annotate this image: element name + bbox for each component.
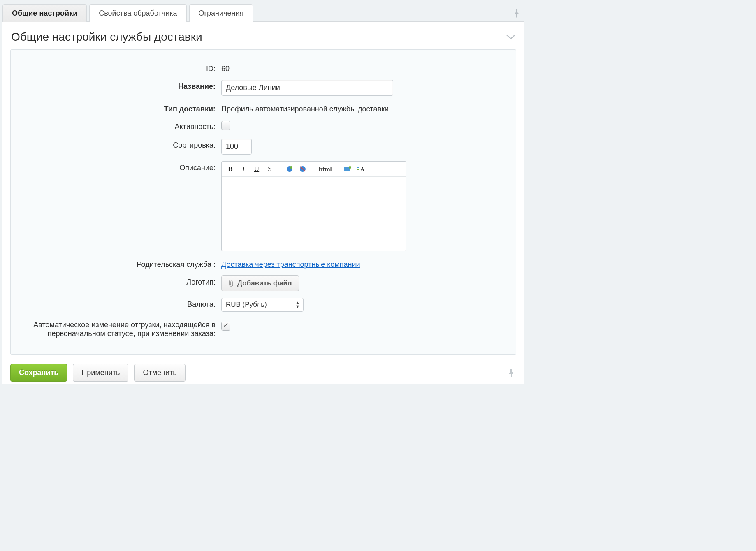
sort-input[interactable]	[221, 139, 252, 155]
auto-change-label: Автоматическое изменение отгрузки, наход…	[20, 318, 221, 338]
italic-icon[interactable]: I	[239, 165, 248, 173]
svg-text:A: A	[360, 166, 365, 172]
parent-service-link[interactable]: Доставка через транспортные компании	[221, 260, 360, 269]
strike-icon[interactable]: S	[265, 165, 274, 173]
id-label: ID:	[20, 62, 221, 73]
currency-label: Валюта:	[20, 298, 221, 309]
tab-restrictions[interactable]: Ограничения	[189, 4, 253, 22]
pin-icon[interactable]	[513, 9, 524, 21]
editor-toolbar: B I U S html	[222, 162, 406, 177]
description-textarea[interactable]	[222, 177, 406, 251]
currency-select[interactable]: RUB (Рубль) ▲▼	[221, 298, 304, 312]
tab-handler[interactable]: Свойства обработчика	[89, 4, 186, 22]
delivery-type-value: Профиль автоматизированной службы достав…	[221, 102, 389, 113]
cancel-button[interactable]: Отменить	[134, 364, 185, 382]
save-button[interactable]: Сохранить	[10, 364, 67, 382]
tab-general[interactable]: Общие настройки	[2, 4, 87, 22]
id-value: 60	[221, 62, 230, 73]
delivery-type-label: Тип доставки:	[20, 102, 221, 113]
svg-point-1	[290, 166, 292, 169]
panel-title: Общие настройки службы доставки	[11, 30, 202, 44]
svg-rect-6	[357, 169, 359, 170]
description-label: Описание:	[20, 161, 221, 172]
add-file-button[interactable]: Добавить файл	[221, 276, 299, 291]
name-label: Название:	[20, 80, 221, 91]
link-icon[interactable]	[285, 165, 294, 173]
bold-icon[interactable]: B	[226, 165, 235, 173]
add-file-label: Добавить файл	[237, 279, 292, 287]
unlink-icon[interactable]	[298, 165, 307, 173]
form-body: ID: 60 Название: Тип доставки: Профиль а…	[10, 49, 516, 355]
svg-point-4	[349, 166, 351, 169]
auto-change-checkbox[interactable]	[221, 322, 230, 331]
settings-panel: Общие настройки службы доставки ID: 60 Н…	[2, 22, 524, 384]
image-icon[interactable]	[343, 165, 352, 173]
name-input[interactable]	[221, 80, 393, 96]
pin-icon-bottom[interactable]	[508, 369, 516, 377]
active-label: Активность:	[20, 120, 221, 131]
apply-button[interactable]: Применить	[73, 364, 128, 382]
active-checkbox[interactable]	[221, 121, 230, 130]
description-editor: B I U S html	[221, 161, 406, 251]
tabs-bar: Общие настройки Свойства обработчика Огр…	[2, 3, 524, 22]
paperclip-icon	[228, 280, 234, 287]
text-format-icon[interactable]: A	[357, 165, 366, 173]
html-icon[interactable]: html	[318, 165, 333, 173]
select-arrows-icon: ▲▼	[295, 301, 300, 308]
logo-label: Логотип:	[20, 276, 221, 287]
currency-selected-value: RUB (Рубль)	[226, 301, 267, 309]
underline-icon[interactable]: U	[252, 165, 261, 173]
sort-label: Сортировка:	[20, 139, 221, 150]
parent-label: Родительская служба :	[20, 258, 221, 269]
collapse-icon[interactable]	[506, 34, 515, 40]
svg-rect-5	[357, 167, 359, 168]
actions-bar: Сохранить Применить Отменить	[3, 362, 524, 383]
